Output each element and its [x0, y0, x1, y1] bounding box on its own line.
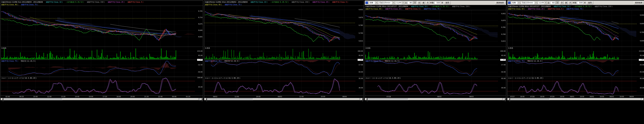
stochastics-pane-label: スロー・ストキャスティクス( 14, 3, 80, 20 ): [1, 77, 36, 79]
scroll-left-button[interactable]: [365, 98, 367, 100]
price-axis-label: 9,615: [358, 40, 363, 42]
scrollbar-thumb[interactable]: [62, 98, 199, 100]
scroll-right-button[interactable]: [361, 98, 364, 100]
main-price-pane-canvas[interactable]: [204, 6, 363, 47]
chart-header-line1: 日経225mini 11/09( 15分) 2011/08/02 - 2011/…: [204, 1, 364, 3]
symbol-select[interactable]: 日経225mini: [521, 1, 537, 4]
bar-unit-button-月[interactable]: 月: [426, 1, 429, 4]
indicator-label: 移動平均( Close, 5 ): [548, 8, 564, 10]
h-scrollbar[interactable]: [365, 98, 506, 100]
scroll-right-button[interactable]: [642, 98, 644, 100]
scrollbar-track[interactable]: [3, 98, 200, 100]
scroll-right-icon: [505, 98, 506, 102]
bar-unit-button-日[interactable]: 日: [418, 1, 421, 4]
main-price-pane-canvas[interactable]: [1, 6, 203, 47]
time-axis-label: 16:00: [89, 96, 93, 98]
time-axis-label: 20:00: [130, 96, 135, 98]
time-axis-label: 07/28: [530, 96, 534, 98]
bar-count-input[interactable]: 500: [577, 1, 583, 4]
stochastics-pane-canvas[interactable]: [365, 77, 506, 95]
market-select[interactable]: 先物: [511, 1, 520, 4]
volume-pane-label: 出来高: [1, 47, 6, 49]
volume-pane-label: 出来高: [508, 47, 513, 49]
chart-title: 日経225mini 11/09( 5分) 2011/08/03 - 2011/0…: [1, 1, 43, 3]
volume-pane-canvas[interactable]: [365, 47, 506, 60]
market-select-arrow-button[interactable]: [518, 1, 520, 4]
bar-count-label: 本数: [572, 1, 576, 4]
contract-select[interactable]: 11/09: [538, 1, 547, 4]
symbol-select-value: 日経225mini: [522, 1, 533, 4]
bar-unit-button-週[interactable]: 週: [422, 1, 425, 4]
chart-toolbar: 先物日経225mini11/09足60分日週月本数500本適用銘柄検索: [508, 1, 644, 5]
symbol-select[interactable]: 日経225mini: [378, 1, 395, 4]
scrollbar-thumb[interactable]: [408, 98, 502, 100]
bar-interval-input[interactable]: 80: [408, 1, 412, 4]
indicator-label: 移動平均( Close, 150 ): [292, 1, 310, 3]
apply-button[interactable]: 適用: [444, 1, 450, 4]
price-axis-label: 9,870: [501, 20, 506, 21]
scrollbar-track[interactable]: [510, 98, 642, 100]
chart-toolbar: 先物日経225mini11/09足80分日週月本数500本適用銘柄検索: [365, 1, 506, 5]
scrollbar-thumb[interactable]: [550, 98, 641, 100]
scrollbar-thumb[interactable]: [253, 98, 360, 100]
stochastics-pane-label: スロー・ストキャスティクス( 14, 3, 80, 20 ): [205, 77, 240, 79]
stochastics-pane-canvas[interactable]: [508, 77, 644, 95]
volume-label: 出来高: [508, 47, 513, 49]
stochastics-pane: スロー・ストキャスティクス( 14, 3, 80, 20 )100.0045.0…: [1, 77, 203, 95]
volume-axis-label: 200.00: [500, 50, 506, 52]
macd-ma-label: 移動平均( Close, 75 ): [1, 60, 18, 62]
time-axis-label: 08/04: [630, 96, 634, 98]
volume-pane-canvas[interactable]: [204, 47, 363, 60]
scroll-left-button[interactable]: [204, 98, 207, 100]
market-select[interactable]: 先物: [369, 1, 378, 4]
apply-button[interactable]: 適用: [586, 1, 593, 4]
symbol-select-arrow-button[interactable]: [534, 1, 537, 4]
symbol-search-button[interactable]: 銘柄検索: [495, 1, 506, 4]
time-axis-label: 18:00: [600, 96, 604, 98]
stochastics-label: スロー・ストキャスティクス( 14, 3, 80, 20 ): [1, 77, 36, 79]
bar-unit-button-分[interactable]: 分: [413, 1, 417, 4]
contract-select-arrow-button[interactable]: [402, 1, 404, 4]
contract-select[interactable]: 11/09: [396, 1, 404, 4]
market-select-arrow-button[interactable]: [375, 1, 378, 4]
stochastics-pane-label: スロー・ストキャスティクス( 14, 3, 80, 20 ): [508, 77, 543, 79]
time-axis-label: 20:00: [256, 96, 260, 98]
main-price-pane-canvas[interactable]: [365, 10, 506, 47]
scroll-left-button[interactable]: [1, 98, 3, 100]
stochastics-pane-canvas[interactable]: [1, 77, 203, 95]
scrollbar-track[interactable]: [367, 98, 504, 100]
volume-pane-canvas[interactable]: [508, 47, 644, 60]
h-scrollbar[interactable]: [508, 98, 644, 100]
symbol-search-button[interactable]: 銘柄検索: [634, 1, 644, 4]
stochastics-axis-label: 40.00: [501, 87, 506, 89]
scroll-right-button[interactable]: [200, 98, 203, 100]
bar-interval-input[interactable]: 60: [550, 1, 555, 4]
main-price-pane-canvas[interactable]: [508, 10, 644, 47]
h-scrollbar[interactable]: [204, 98, 364, 100]
macd-pane-canvas[interactable]: [508, 60, 644, 77]
stochastics-pane-canvas[interactable]: [204, 77, 363, 95]
chevron-down-icon: [393, 2, 394, 4]
stochastics-axis-label: 40.00: [640, 87, 644, 89]
scroll-right-button[interactable]: [504, 98, 506, 100]
chart-header-line1: 日経225mini 11/09( 80分) 2011/07/27 - 2011/…: [365, 5, 506, 8]
bar-unit-button-日[interactable]: 日: [560, 1, 564, 4]
macd-pane-canvas[interactable]: [1, 60, 203, 77]
indicator-label: 移動平均( Close, 25 ): [312, 1, 329, 3]
bar-unit-button-分[interactable]: 分: [556, 1, 560, 4]
scrollbar-track[interactable]: [207, 98, 361, 100]
bar-unit-button-月[interactable]: 月: [568, 1, 572, 4]
bar-count-input[interactable]: 500: [434, 1, 441, 4]
volume-pane-canvas[interactable]: [1, 47, 203, 60]
bar-unit-button-週[interactable]: 週: [564, 1, 568, 4]
macd-label: MACD( 12, 26, 9 ): [385, 60, 400, 62]
h-scrollbar[interactable]: [1, 98, 203, 100]
time-axis-label: 08/02: [437, 96, 442, 98]
macd-pane-canvas[interactable]: [365, 60, 506, 77]
contract-select-arrow-button[interactable]: [544, 1, 547, 4]
symbol-select-arrow-button[interactable]: [392, 1, 394, 4]
time-axis-label: 01:20: [186, 96, 190, 98]
macd-pane-canvas[interactable]: [204, 60, 363, 77]
price-axis-label: 9,615: [501, 40, 506, 42]
scroll-left-button[interactable]: [508, 98, 510, 100]
